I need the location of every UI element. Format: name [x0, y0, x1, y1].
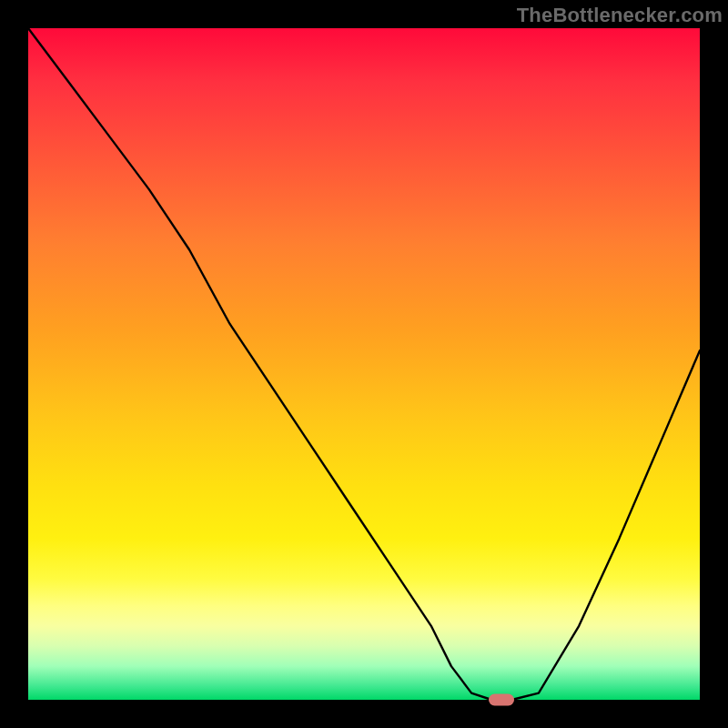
chart-marker [489, 694, 514, 706]
chart-line [28, 28, 700, 700]
watermark-label: TheBottlenecker.com [517, 4, 723, 27]
chart-frame: TheBottlenecker.com [0, 0, 728, 728]
chart-plot-area [28, 28, 700, 700]
